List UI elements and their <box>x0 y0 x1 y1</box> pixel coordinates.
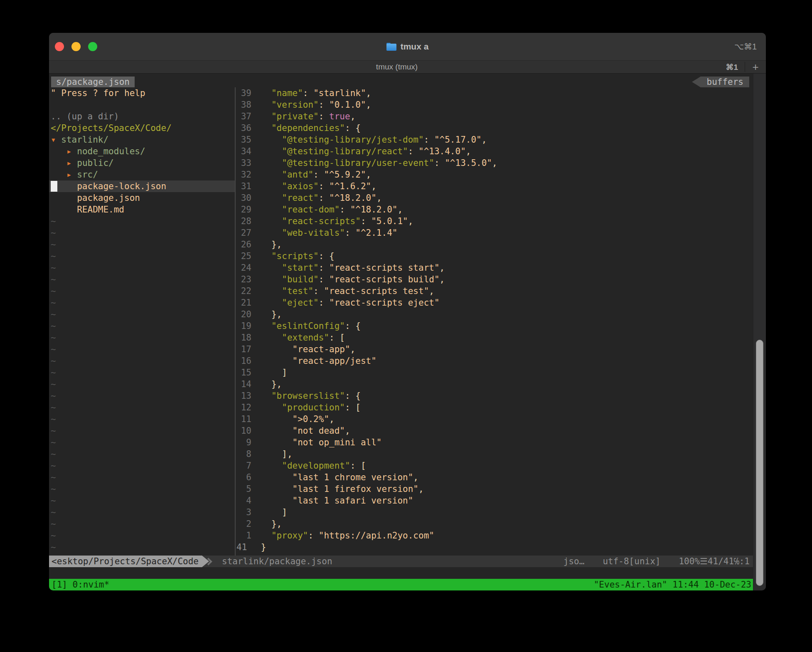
new-tab-button[interactable]: + <box>745 61 766 73</box>
code-line-current: 41} <box>236 541 753 553</box>
code-line: 28 "react-scripts": "5.0.1", <box>236 215 753 227</box>
tilde-row: ~ <box>51 378 235 390</box>
tab-tmux[interactable]: tmux (tmux) ⌘1 <box>49 61 745 73</box>
line-number: 7 <box>236 460 251 472</box>
line-number: 15 <box>236 367 251 378</box>
code-line: 17 "react-app", <box>236 343 753 355</box>
code-line: 22 "test": "react-scripts test", <box>236 285 753 297</box>
code-line: 33 "@testing-library/user-event": "^13.5… <box>236 157 753 169</box>
tree-row[interactable]: ▸ src/ <box>51 169 235 180</box>
code-line: 7 "development": [ <box>236 460 753 472</box>
line-number: 20 <box>236 309 251 320</box>
winbar-row: s/package.json buffers <box>49 74 753 87</box>
buffers-tab-chip[interactable]: buffers <box>701 77 749 87</box>
tilde-row: ~ <box>51 227 235 239</box>
tmux-host-clock: "Eves-Air.lan" 11:44 10-Dec-23 <box>594 579 751 590</box>
tilde-row: ~ <box>51 274 235 285</box>
tilde-row: ~ <box>51 437 235 448</box>
line-number: 4 <box>236 495 251 506</box>
code-line: 25 "scripts": { <box>236 250 753 262</box>
tmux-status-bar: [1] 0:nvim* "Eves-Air.lan" 11:44 10-Dec-… <box>49 579 753 590</box>
editor-pane: 39 "name": "starlink",38 "version": "0.1… <box>236 87 753 556</box>
code-line: 31 "axios": "^1.6.2", <box>236 180 753 192</box>
line-number: 25 <box>236 250 251 262</box>
line-number: 12 <box>236 402 251 413</box>
file-tree-pane: " Press ? for help.. (up a dir)</Project… <box>49 87 235 556</box>
tree-blank-row <box>51 99 235 111</box>
tilde-row: ~ <box>51 530 235 541</box>
line-number: 22 <box>236 285 251 297</box>
minimize-button[interactable] <box>71 42 81 51</box>
code-line: 19 "eslintConfig": { <box>236 320 753 332</box>
tree-row[interactable]: package.json <box>51 192 235 204</box>
tree-row[interactable]: ▸ public/ <box>51 157 235 169</box>
tilde-row: ~ <box>51 215 235 227</box>
tree-row[interactable]: .. (up a dir) <box>51 111 235 122</box>
line-number: 14 <box>236 378 251 390</box>
line-number: 26 <box>236 239 251 250</box>
tree-row[interactable]: </Projects/SpaceX/Code/ <box>51 122 235 134</box>
code-line: 30 "react": "^18.2.0", <box>236 192 753 204</box>
tmux-session-window: [1] 0:nvim* <box>52 579 109 590</box>
line-number: 33 <box>236 157 251 169</box>
folder-closed-arrow-icon[interactable]: ▸ <box>66 170 72 180</box>
tilde-row: ~ <box>51 425 235 437</box>
code-line: 23 "build": "react-scripts build", <box>236 274 753 285</box>
code-line: 13 "browserslist": { <box>236 390 753 402</box>
scrollbar-thumb[interactable] <box>756 340 763 586</box>
tree-row[interactable]: ▸ node_modules/ <box>51 146 235 157</box>
close-button[interactable] <box>55 42 64 51</box>
tree-row[interactable]: README.md <box>51 204 235 215</box>
folder-closed-arrow-icon[interactable]: ▸ <box>66 158 72 168</box>
tilde-row: ~ <box>51 390 235 402</box>
code-line: 3 ] <box>236 506 753 518</box>
tilde-row: ~ <box>51 285 235 297</box>
window-titlebar: tmux a ⌥⌘1 <box>49 33 766 60</box>
line-number: 11 <box>236 413 251 425</box>
line-number: 31 <box>236 180 251 192</box>
code-line: 34 "@testing-library/react": "^13.4.0", <box>236 146 753 157</box>
line-number: 5 <box>236 483 251 495</box>
filetree-winbar-chip: s/package.json <box>51 77 135 87</box>
statusline-position: 100%☰41/41℅:1 <box>679 556 750 567</box>
line-number: 3 <box>236 506 251 518</box>
code-line: 10 "not dead", <box>236 425 753 437</box>
line-number: 35 <box>236 134 251 146</box>
tilde-row: ~ <box>51 541 235 553</box>
code-line: 27 "web-vitals": "^2.1.4" <box>236 227 753 239</box>
line-number: 21 <box>236 297 251 309</box>
folder-closed-arrow-icon[interactable]: ▸ <box>66 146 72 156</box>
statusline-encoding: utf-8[unix] <box>603 556 660 567</box>
code-line: 16 "react-app/jest" <box>236 355 753 367</box>
tree-row[interactable]: package-lock.json <box>49 180 235 192</box>
tilde-row: ~ <box>51 343 235 355</box>
window-title: tmux a <box>401 42 429 52</box>
folder-open-arrow-icon[interactable]: ▾ <box>51 135 56 145</box>
tilde-row: ~ <box>51 332 235 343</box>
scrollbar-track[interactable] <box>753 74 766 590</box>
line-number: 28 <box>236 215 251 227</box>
powerline-left-arrow-icon <box>692 77 701 87</box>
tilde-row: ~ <box>51 506 235 518</box>
code-line: 18 "extends": [ <box>236 332 753 343</box>
line-number: 36 <box>236 122 251 134</box>
tilde-row: ~ <box>51 309 235 320</box>
code-line: 2 }, <box>236 518 753 530</box>
tilde-row: ~ <box>51 262 235 274</box>
tilde-row: ~ <box>51 402 235 413</box>
line-number: 39 <box>236 87 251 99</box>
window-title-group: tmux a <box>386 42 429 52</box>
code-line: 14 }, <box>236 378 753 390</box>
code-line: 6 "last 1 chrome version", <box>236 472 753 483</box>
zoom-button[interactable] <box>88 42 97 51</box>
tree-row[interactable]: ▾ starlink/ <box>51 134 235 146</box>
line-number: 29 <box>236 204 251 215</box>
code-line: 12 "production": [ <box>236 402 753 413</box>
tilde-row: ~ <box>51 448 235 460</box>
line-number: 9 <box>236 437 251 448</box>
terminal-content: s/package.json buffers " Press ? for hel… <box>49 74 766 590</box>
line-number: 24 <box>236 262 251 274</box>
tab-shortcut-hint: ⌘1 <box>726 62 738 72</box>
tilde-row: ~ <box>51 460 235 472</box>
line-number: 32 <box>236 169 251 180</box>
